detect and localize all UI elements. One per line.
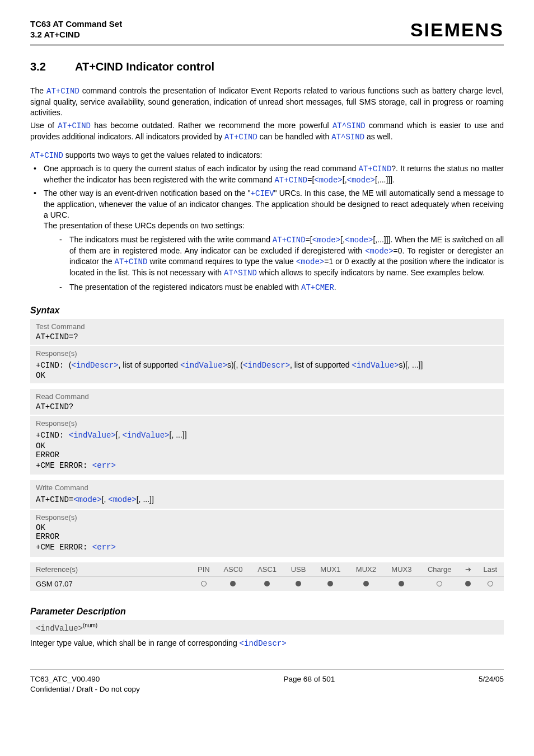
footer-center: Page 68 of 501 <box>284 674 335 694</box>
param-desc-line: Integer type value, which shall be in ra… <box>30 638 504 649</box>
col-asc0: ASC0 <box>216 562 250 577</box>
dot-filled-icon <box>327 581 333 586</box>
link-at-cind[interactable]: AT+CIND <box>224 133 257 142</box>
param-box: <indValue>(num) <box>30 620 504 635</box>
dot-asc1 <box>250 576 284 591</box>
bullet-item-1: One approach is to query the current sta… <box>30 163 504 186</box>
read-response-box: Response(s) +CIND: <indValue>[, <indValu… <box>30 416 504 475</box>
doc-title: TC63 AT Command Set <box>30 19 122 29</box>
page-header: TC63 AT Command Set 3.2 AT+CIND SIEMENS <box>30 19 504 41</box>
link-inddescr[interactable]: <indDescr> <box>71 361 118 370</box>
dot-arrow <box>460 576 476 591</box>
dash-item-2: The presentation of the registered indic… <box>57 282 504 293</box>
link-indvalue[interactable]: <indValue> <box>69 431 116 440</box>
footer-left: TC63_ATC_V00.490 Confidential / Draft - … <box>30 674 140 694</box>
brand-logo: SIEMENS <box>410 19 504 41</box>
dot-filled-icon <box>465 581 471 586</box>
dot-open-icon <box>201 581 207 586</box>
cme-line: +CME ERROR: <err> <box>36 541 498 553</box>
read-command-group: Read Command AT+CIND? Response(s) +CIND:… <box>30 389 504 475</box>
col-mux3: MUX3 <box>384 562 420 577</box>
dot-filled-icon <box>399 581 404 586</box>
link-at-cind[interactable]: AT+CIND <box>358 165 391 173</box>
link-at-cind[interactable]: AT+CIND <box>46 87 79 96</box>
col-mux2: MUX2 <box>348 562 384 577</box>
dot-mux1 <box>313 576 349 591</box>
dot-mux3 <box>384 576 420 591</box>
col-last: Last <box>477 562 504 577</box>
reference-label: Reference(s) <box>30 562 191 577</box>
test-response-line: +CIND: (<indDescr>, list of supported <i… <box>36 359 498 371</box>
dot-filled-icon <box>363 581 369 586</box>
param-name: <indValue> <box>36 623 83 632</box>
bullet-list: One approach is to query the current sta… <box>30 163 504 293</box>
ok-line: OK <box>36 371 498 380</box>
dot-filled-icon <box>230 581 236 586</box>
link-mode[interactable]: <mode> <box>365 247 393 256</box>
link-mode[interactable]: <mode> <box>73 495 101 504</box>
param-type: (num) <box>83 622 97 628</box>
doc-subtitle: 3.2 AT+CIND <box>30 30 122 39</box>
link-indvalue[interactable]: <indValue> <box>352 361 399 370</box>
dot-usb <box>284 576 312 591</box>
intro-block: The AT+CIND command controls the present… <box>30 86 504 142</box>
dash-item-1: The indicators must be registered with t… <box>57 234 504 279</box>
dot-mux2 <box>348 576 384 591</box>
dot-open-icon <box>437 581 442 586</box>
test-response-box: Response(s) +CIND: (<indDescr>, list of … <box>30 346 504 383</box>
test-command-box: Test Command AT+CIND=? <box>30 319 504 345</box>
write-command-value: AT+CIND=<mode>[, <mode>[, ...]] <box>36 494 498 505</box>
error-line: ERROR <box>36 532 498 541</box>
link-indvalue[interactable]: <indValue> <box>123 431 170 440</box>
link-err[interactable]: <err> <box>92 543 116 552</box>
write-command-label: Write Command <box>36 483 498 492</box>
write-command-group: Write Command AT+CIND=<mode>[, <mode>[, … <box>30 480 504 557</box>
error-line: ERROR <box>36 450 498 459</box>
test-command-label: Test Command <box>36 322 498 331</box>
link-at-cind[interactable]: AT+CIND <box>115 257 148 266</box>
footer-divider <box>30 669 504 670</box>
link-at-cind[interactable]: AT+CIND <box>273 236 306 245</box>
link-at-sind[interactable]: AT^SIND <box>332 121 366 130</box>
dot-charge <box>419 576 460 591</box>
dot-open-icon <box>488 581 493 586</box>
section-title: AT+CIND Indicator control <box>75 60 214 73</box>
link-at-sind[interactable]: AT^SIND <box>224 269 257 278</box>
link-err[interactable]: <err> <box>92 461 116 470</box>
link-mode[interactable]: <mode> <box>296 257 324 266</box>
col-charge: Charge <box>419 562 460 577</box>
supports-line: AT+CIND supports two ways to get the val… <box>30 150 504 161</box>
link-indvalue[interactable]: <indValue> <box>180 361 227 370</box>
link-at-sind[interactable]: AT^SIND <box>331 133 364 142</box>
test-command-group: Test Command AT+CIND=? Response(s) +CIND… <box>30 319 504 383</box>
section-number: 3.2 <box>30 60 75 73</box>
link-at-cind[interactable]: AT+CIND <box>30 151 63 160</box>
header-left: TC63 AT Command Set 3.2 AT+CIND <box>30 19 122 39</box>
write-command-box: Write Command AT+CIND=<mode>[, <mode>[, … <box>30 480 504 509</box>
read-command-value: AT+CIND? <box>36 402 498 411</box>
col-arrow: ➔ <box>460 562 476 577</box>
intro-paragraph-2: Use of AT+CIND has become outdated. Rath… <box>30 120 504 143</box>
reference-table: Reference(s) PIN ASC0 ASC1 USB MUX1 MUX2… <box>30 562 504 591</box>
link-mode[interactable]: <mode> <box>347 176 375 185</box>
bullet-item-2: The other way is an event-driven notific… <box>30 188 504 293</box>
read-response-line: +CIND: <indValue>[, <indValue>[, ...]] <box>36 429 498 441</box>
read-command-label: Read Command <box>36 392 498 401</box>
syntax-heading: Syntax <box>30 306 504 316</box>
dot-pin <box>191 576 216 591</box>
link-at-cmer[interactable]: AT+CMER <box>301 283 334 292</box>
link-ciev[interactable]: +CIEV <box>251 189 274 198</box>
link-inddescr[interactable]: <indDescr> <box>240 639 287 648</box>
intro-paragraph-1: The AT+CIND command controls the present… <box>30 86 504 118</box>
link-mode[interactable]: <mode> <box>345 236 373 245</box>
read-command-box: Read Command AT+CIND? <box>30 389 504 415</box>
link-at-cind[interactable]: AT+CIND <box>274 176 307 185</box>
section-heading: 3.2AT+CIND Indicator control <box>30 60 504 73</box>
link-inddescr[interactable]: <indDescr> <box>243 361 290 370</box>
link-at-cind[interactable]: AT+CIND <box>58 121 91 130</box>
link-mode[interactable]: <mode> <box>108 495 136 504</box>
link-mode[interactable]: <mode> <box>314 176 342 185</box>
link-mode[interactable]: <mode> <box>312 236 340 245</box>
dot-filled-icon <box>264 581 270 586</box>
page-root: TC63 AT Command Set 3.2 AT+CIND SIEMENS … <box>0 0 534 712</box>
